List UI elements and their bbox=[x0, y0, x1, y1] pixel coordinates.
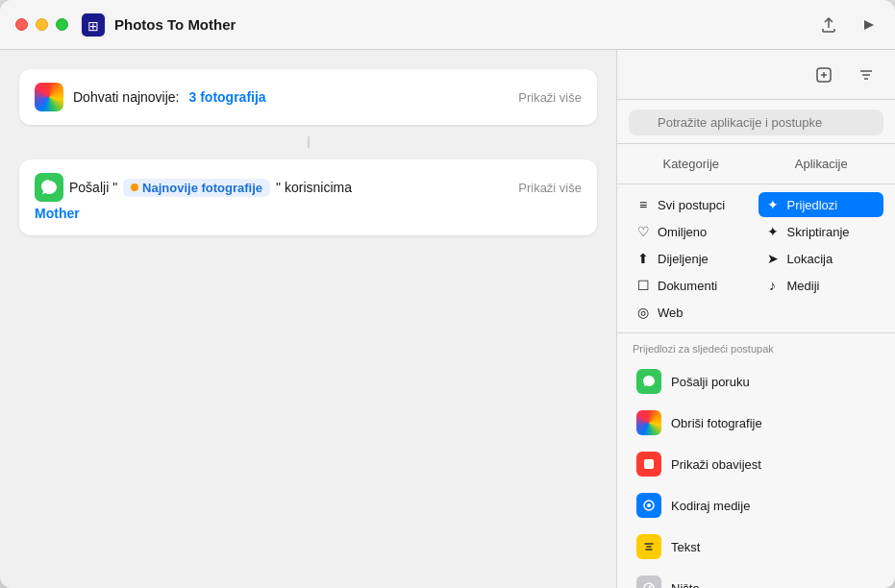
messages-icon bbox=[636, 369, 661, 394]
window-title: Photos To Mother bbox=[114, 16, 816, 33]
location-icon: ➤ bbox=[764, 251, 782, 266]
variable-label: Najnovije fotografije bbox=[142, 181, 262, 195]
category-skriptiranje[interactable]: ✦ Skriptiranje bbox=[758, 219, 884, 244]
suggestion-obrisi-fotografije[interactable]: Obriši fotografije bbox=[623, 403, 889, 443]
document-icon: ☐ bbox=[634, 278, 652, 293]
suggestion-posalji-poruku[interactable]: Pošalji poruku bbox=[623, 361, 889, 402]
suggestion-prikazi-obavijest[interactable]: ! Prikaži obavijest bbox=[623, 444, 889, 484]
search-input[interactable] bbox=[629, 110, 883, 135]
category-web[interactable]: ◎ Web bbox=[629, 300, 755, 325]
category-label: Svi postupci bbox=[658, 198, 725, 212]
titlebar-actions bbox=[816, 12, 880, 37]
titlebar: ⊞ Photos To Mother bbox=[0, 0, 895, 50]
suggestion-label: Obriši fotografije bbox=[671, 416, 762, 430]
category-omiljeno[interactable]: ♡ Omiljeno bbox=[629, 219, 755, 244]
right-panel: 🔍 Kategorije Aplikacije ≡ Svi postupci ✦… bbox=[616, 50, 895, 588]
suggestion-label: Prikaži obavijest bbox=[671, 457, 761, 472]
messages-app-icon bbox=[35, 173, 63, 202]
category-dokumenti[interactable]: ☐ Dokumenti bbox=[629, 273, 755, 298]
add-to-shortcuts-button[interactable] bbox=[810, 61, 837, 88]
fetch-value: 3 fotografija bbox=[189, 89, 266, 105]
mother-link[interactable]: Mother bbox=[35, 206, 80, 221]
category-dijeljenje[interactable]: ⬆ Dijeljenje bbox=[629, 246, 755, 271]
category-svi-postupci[interactable]: ≡ Svi postupci bbox=[629, 192, 755, 217]
filter-options-button[interactable] bbox=[853, 61, 880, 88]
svg-point-7 bbox=[647, 503, 651, 507]
fetch-label: Dohvati najnovije: bbox=[73, 89, 180, 105]
send-suffix: " korisnicima bbox=[276, 180, 352, 195]
category-label: Mediji bbox=[787, 279, 820, 293]
category-label: Lokacija bbox=[787, 252, 833, 266]
traffic-lights bbox=[15, 18, 68, 31]
svg-text:!: ! bbox=[648, 460, 650, 469]
notification-icon: ! bbox=[636, 452, 661, 477]
send-message-card[interactable]: Pošalji " Najnovije fotografije " korisn… bbox=[19, 159, 597, 235]
share-button[interactable] bbox=[816, 12, 841, 37]
suggestion-label: Pošalji poruku bbox=[671, 375, 750, 389]
filter-buttons: Kategorije Aplikacije bbox=[617, 144, 895, 184]
category-prijedlozi[interactable]: ✦ Prijedlozi bbox=[758, 192, 884, 217]
text-icon bbox=[636, 534, 661, 559]
kategorije-filter-button[interactable]: Kategorije bbox=[629, 152, 754, 176]
suggestion-nista[interactable]: Ništa bbox=[623, 568, 889, 588]
category-label: Dijeljenje bbox=[658, 252, 709, 266]
variable-badge[interactable]: Najnovije fotografije bbox=[123, 179, 270, 197]
sparkle-icon: ✦ bbox=[764, 197, 782, 212]
main-content: Dohvati najnovije: 3 fotografija Prikaži… bbox=[0, 50, 895, 588]
suggestion-label: Kodiraj medije bbox=[671, 499, 750, 513]
photos-app-icon bbox=[35, 83, 63, 111]
category-label: Dokumenti bbox=[658, 279, 717, 293]
variable-dot bbox=[131, 184, 138, 191]
script-icon: ✦ bbox=[764, 224, 782, 239]
svg-text:⊞: ⊞ bbox=[87, 18, 99, 34]
suggestions-title: Prijedlozi za sljedeći postupak bbox=[617, 333, 895, 360]
suggestion-tekst[interactable]: Tekst bbox=[623, 527, 889, 567]
nothing-icon bbox=[636, 576, 661, 588]
category-label: Web bbox=[658, 306, 684, 320]
photos-delete-icon bbox=[636, 410, 661, 435]
suggestion-kodiraj-medije[interactable]: Kodiraj medije bbox=[623, 485, 889, 526]
aplikacije-filter-button[interactable]: Aplikacije bbox=[759, 152, 884, 176]
encode-media-icon bbox=[636, 493, 661, 518]
right-toolbar bbox=[617, 50, 895, 100]
send-show-more[interactable]: Prikaži više bbox=[518, 181, 582, 195]
category-grid: ≡ Svi postupci ✦ Prijedlozi ♡ Omiljeno ✦… bbox=[617, 184, 895, 333]
fetch-photos-card[interactable]: Dohvati najnovije: 3 fotografija Prikaži… bbox=[19, 69, 597, 125]
maximize-button[interactable] bbox=[56, 18, 68, 31]
list-icon: ≡ bbox=[634, 197, 652, 212]
app-icon: ⊞ bbox=[80, 12, 107, 38]
suggestion-label: Tekst bbox=[671, 540, 700, 554]
web-icon: ◎ bbox=[634, 305, 652, 320]
heart-icon: ♡ bbox=[634, 224, 652, 239]
category-lokacija[interactable]: ➤ Lokacija bbox=[758, 246, 884, 271]
share-icon: ⬆ bbox=[634, 251, 652, 266]
music-icon: ♪ bbox=[764, 278, 782, 293]
app-window: ⊞ Photos To Mother bbox=[0, 0, 895, 588]
suggestion-label: Ništa bbox=[671, 581, 700, 589]
category-mediji[interactable]: ♪ Mediji bbox=[758, 273, 884, 298]
category-label: Omiljeno bbox=[658, 225, 707, 239]
connector-line bbox=[308, 136, 310, 148]
category-label: Skriptiranje bbox=[787, 225, 850, 239]
left-panel: Dohvati najnovije: 3 fotografija Prikaži… bbox=[0, 50, 616, 588]
category-label: Prijedlozi bbox=[787, 198, 838, 212]
suggestions-section: Prijedlozi za sljedeći postupak Pošalji … bbox=[617, 333, 895, 588]
send-prefix: Pošalji " bbox=[69, 180, 117, 195]
minimize-button[interactable] bbox=[36, 18, 48, 31]
close-button[interactable] bbox=[15, 18, 28, 31]
play-button[interactable] bbox=[857, 13, 880, 37]
fetch-show-more[interactable]: Prikaži više bbox=[518, 90, 582, 105]
search-container: 🔍 bbox=[617, 100, 895, 144]
search-wrapper: 🔍 bbox=[629, 110, 883, 135]
